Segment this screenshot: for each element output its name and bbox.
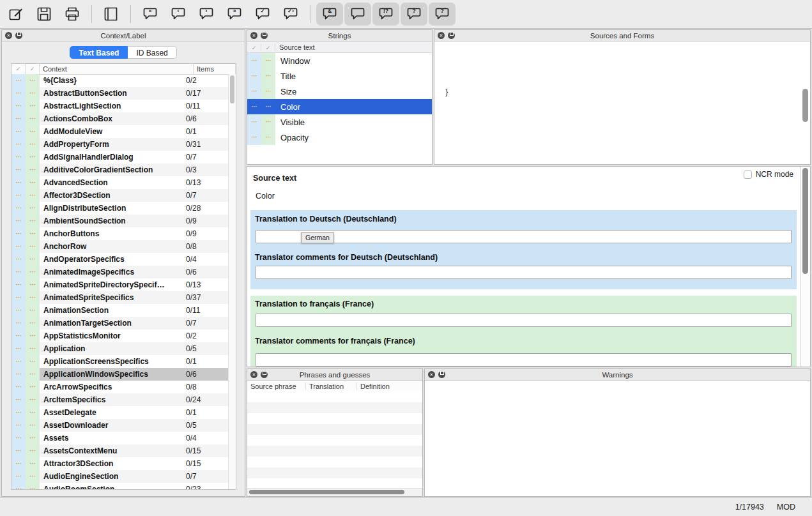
string-row[interactable]: ··· ··· Color	[247, 99, 432, 114]
context-row[interactable]: ··· ··· AnchorRow 0/8	[11, 240, 228, 253]
done-icon[interactable]: ✓	[249, 3, 276, 26]
context-row[interactable]: ··· ··· AndOperatorSpecifics 0/4	[11, 253, 228, 266]
float-icon[interactable]	[448, 32, 455, 39]
context-name: AbstractLightSection	[40, 102, 183, 110]
float-icon[interactable]	[15, 32, 22, 39]
fr-translation-input[interactable]	[256, 314, 792, 327]
column-header-source-phrase[interactable]: Source phrase	[247, 383, 306, 390]
context-row[interactable]: ··· ··· AdvancedSection 0/13	[11, 176, 228, 189]
save-icon[interactable]	[31, 3, 57, 26]
context-row[interactable]: ··· ··· AssetDownloader 0/5	[11, 419, 228, 432]
close-icon[interactable]: ✕	[250, 371, 257, 378]
phrase-match-toggle-icon[interactable]: ?	[401, 3, 427, 26]
whitespace-toggle-icon[interactable]	[344, 3, 371, 26]
context-items-count: 0/1	[183, 127, 228, 136]
toolbar-separator	[130, 5, 131, 23]
float-icon[interactable]	[438, 371, 445, 378]
context-row[interactable]: ··· ··· ApplicationWindowSpecifics 0/6	[11, 368, 228, 381]
float-icon[interactable]	[261, 371, 268, 378]
status-accepted-icon: ···	[26, 317, 40, 330]
context-row[interactable]: ··· ··· AudioEngineSection 0/7	[11, 470, 228, 483]
scrollbar-thumb[interactable]	[230, 75, 234, 103]
done-next-icon[interactable]: ✓›	[277, 3, 304, 26]
scrollbar-thumb[interactable]	[802, 89, 808, 122]
context-row[interactable]: ··· ··· AnimatedImageSpecifics 0/6	[11, 266, 228, 278]
column-header-items[interactable]: Items	[194, 64, 236, 74]
status-accepted-icon: ···	[26, 342, 40, 355]
context-row[interactable]: ··· ··· AddModuleView 0/1	[11, 125, 228, 138]
open-icon[interactable]	[3, 3, 29, 26]
float-icon[interactable]	[261, 32, 268, 39]
accelerators-toggle-icon[interactable]: &	[316, 3, 343, 26]
de-translation-input[interactable]	[256, 230, 792, 243]
context-row[interactable]: ··· ··· AdditiveColorGradientSection 0/3	[11, 163, 228, 176]
column-header-context[interactable]: Context	[40, 64, 194, 74]
prev-icon[interactable]: ‹	[165, 3, 192, 26]
context-row[interactable]: ··· ··· AnchorButtons 0/9	[11, 227, 228, 240]
context-row[interactable]: ··· ··· AmbientSoundSection 0/9	[11, 215, 228, 227]
context-row[interactable]: ··· ··· %{Class} 0/2	[11, 74, 228, 87]
context-row[interactable]: ··· ··· ActionsComboBox 0/6	[11, 112, 228, 125]
close-icon[interactable]: ✕	[428, 371, 435, 378]
string-row[interactable]: ··· ··· Window	[247, 53, 432, 68]
context-row[interactable]: ··· ··· ArcItemSpecifics 0/24	[11, 393, 228, 406]
column-header-accepted[interactable]: ✓	[26, 64, 40, 74]
context-row[interactable]: ··· ··· AddSignalHandlerDialog 0/7	[11, 151, 228, 163]
context-row[interactable]: ··· ··· AlignDistributeSection 0/28	[11, 202, 228, 215]
context-row[interactable]: ··· ··· AudioRoomSection 0/23	[11, 483, 228, 489]
next-unfinished-icon[interactable]: »	[221, 3, 248, 26]
column-header-translated[interactable]: ✓	[11, 64, 26, 74]
column-header-accepted[interactable]: ✓	[261, 43, 275, 51]
scrollbar-thumb[interactable]	[802, 168, 808, 274]
context-row[interactable]: ··· ··· ApplicationScreensSpecifics 0/1	[11, 355, 228, 368]
next-icon[interactable]: ›	[193, 3, 220, 26]
context-row[interactable]: ··· ··· AnimationSection 0/11	[11, 304, 228, 317]
string-row[interactable]: ··· ··· Size	[247, 84, 432, 99]
context-row[interactable]: ··· ··· AbstractLightSection 0/11	[11, 100, 228, 112]
context-row[interactable]: ··· ··· Application 0/5	[11, 342, 228, 355]
context-row[interactable]: ··· ··· Assets 0/4	[11, 432, 228, 444]
scrollbar-thumb[interactable]	[249, 490, 404, 494]
context-row[interactable]: ··· ··· AbstractButtonSection 0/17	[11, 87, 228, 100]
context-items-count: 0/17	[183, 89, 228, 98]
context-row[interactable]: ··· ··· AnimationTargetSection 0/7	[11, 317, 228, 330]
print-icon[interactable]	[59, 3, 86, 26]
context-row[interactable]: ··· ··· Affector3DSection 0/7	[11, 189, 228, 202]
de-comment-input[interactable]	[256, 266, 792, 279]
context-items-count: 0/23	[183, 485, 228, 489]
context-row[interactable]: ··· ··· AnimatedSpriteSpecifics 0/37	[11, 291, 228, 304]
punctuation-toggle-icon[interactable]: !?	[372, 3, 399, 26]
close-icon[interactable]: ✕	[250, 32, 257, 39]
string-row[interactable]: ··· ··· Visible	[247, 114, 432, 130]
horizontal-scrollbar[interactable]	[247, 488, 422, 496]
column-header-source-text[interactable]: Source text	[275, 43, 315, 51]
phrasebook-icon[interactable]	[98, 3, 125, 26]
context-items-count: 0/37	[183, 293, 228, 302]
context-row[interactable]: ··· ··· AssetDelegate 0/1	[11, 406, 228, 419]
string-row[interactable]: ··· ··· Opacity	[247, 130, 432, 145]
context-row[interactable]: ··· ··· AssetsContextMenu 0/15	[11, 444, 228, 457]
close-icon[interactable]: ✕	[438, 32, 445, 39]
status-translated-icon: ···	[11, 317, 26, 330]
phrases-table-header: Source phrase Translation Definition	[247, 381, 422, 392]
column-header-translation[interactable]: Translation	[306, 383, 357, 390]
float-glyph	[17, 32, 21, 36]
status-translated-icon: ···	[11, 291, 26, 304]
prev-unfinished-icon[interactable]: «	[137, 3, 164, 26]
context-row[interactable]: ··· ··· AddPropertyForm 0/31	[11, 138, 228, 151]
ncr-checkbox[interactable]	[744, 171, 752, 179]
fr-comment-input[interactable]	[256, 353, 792, 367]
vertical-scrollbar[interactable]	[228, 74, 236, 489]
tab-id-based[interactable]: ID Based	[128, 46, 176, 59]
vertical-scrollbar[interactable]	[801, 167, 810, 367]
column-header-translated[interactable]: ✓	[247, 43, 261, 51]
context-row[interactable]: ··· ··· AppStatisticsMonitor 0/2	[11, 330, 228, 342]
tab-text-based[interactable]: Text Based	[70, 46, 128, 59]
context-row[interactable]: ··· ··· Attractor3DSection 0/15	[11, 457, 228, 470]
close-icon[interactable]: ✕	[5, 32, 12, 39]
context-row[interactable]: ··· ··· AnimatedSpriteDirectorySpecif… 0…	[11, 278, 228, 291]
string-row[interactable]: ··· ··· Title	[247, 68, 432, 84]
context-row[interactable]: ··· ··· ArcArrowSpecifics 0/8	[11, 381, 228, 393]
place-markers-toggle-icon[interactable]: ?	[429, 3, 456, 26]
column-header-definition[interactable]: Definition	[357, 383, 422, 390]
